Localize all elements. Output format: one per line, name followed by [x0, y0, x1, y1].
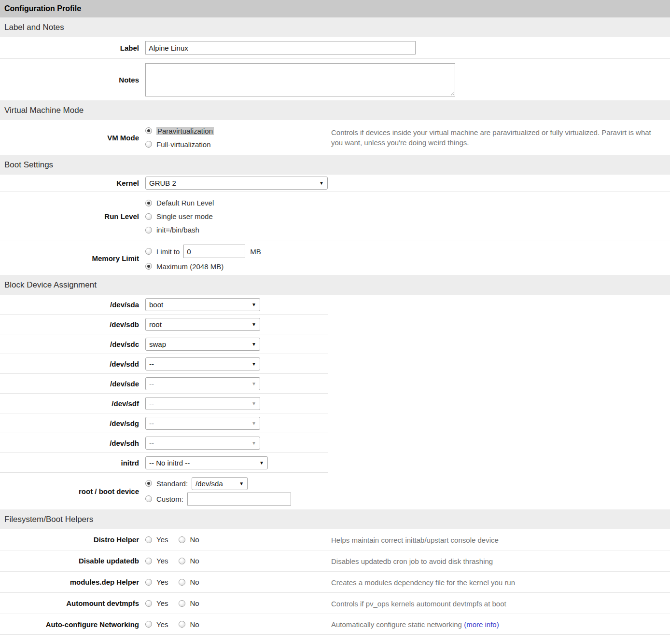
dropdown-arrow-icon: ▼	[251, 421, 256, 426]
device-sdd-select-value: --	[149, 360, 154, 368]
device-sdb-select[interactable]: root ▼	[145, 318, 260, 331]
device-sdh-select: -- ▼	[145, 437, 260, 450]
yes-label: Yes	[156, 599, 168, 607]
yes-label: Yes	[156, 535, 168, 544]
modules-dep-yes-radio[interactable]	[145, 579, 152, 586]
notes-field-label: Notes	[0, 76, 145, 84]
device-sda-select[interactable]: boot ▼	[145, 298, 260, 311]
automount-devtmpfs-no-radio[interactable]	[179, 600, 185, 607]
yes-label: Yes	[156, 578, 168, 586]
standard-device-select-value: /dev/sda	[195, 480, 223, 488]
root-boot-device-row: root / boot device Standard: /dev/sda ▼ …	[0, 473, 670, 509]
custom-device-input[interactable]	[187, 493, 291, 506]
dropdown-arrow-icon: ▼	[251, 302, 256, 307]
label-field-label: Label	[0, 44, 145, 52]
paravirtualization-radio[interactable]	[145, 127, 152, 134]
kernel-label: Kernel	[0, 179, 145, 187]
vm-mode-label: VM Mode	[0, 134, 145, 142]
modules-dep-no-radio[interactable]	[179, 579, 185, 586]
distro-helper-yes-radio[interactable]	[145, 536, 152, 543]
device-sdb-select-value: root	[149, 320, 162, 329]
device-sdg-label: /dev/sdg	[0, 419, 145, 427]
device-sdc-select[interactable]: swap ▼	[145, 338, 260, 351]
device-sdf-label: /dev/sdf	[0, 399, 145, 408]
no-label: No	[190, 535, 199, 544]
auto-configure-networking-label: Auto-configure Networking	[0, 620, 145, 629]
no-label: No	[190, 578, 199, 586]
dropdown-arrow-icon: ▼	[319, 180, 324, 186]
section-block-device-assignment: Block Device Assignment	[0, 275, 670, 295]
paravirtualization-option-label: Paravirtualization	[156, 127, 214, 135]
label-input[interactable]	[145, 41, 416, 55]
memory-limit-row: Memory Limit Limit to MB Maximum (2048 M…	[0, 241, 670, 275]
block-device-row-sdd: /dev/sdd -- ▼	[0, 354, 670, 374]
device-sdd-select[interactable]: -- ▼	[145, 357, 260, 370]
device-sdd-label: /dev/sdd	[0, 360, 145, 368]
dropdown-arrow-icon: ▼	[239, 481, 244, 486]
initrd-select[interactable]: -- No initrd -- ▼	[145, 456, 268, 469]
automount-devtmpfs-yes-radio[interactable]	[145, 600, 152, 607]
block-device-row-sda: /dev/sda boot ▼	[0, 295, 670, 315]
limit-to-radio[interactable]	[145, 248, 152, 255]
memory-limit-label: Memory Limit	[0, 254, 145, 262]
custom-device-radio[interactable]	[145, 495, 152, 502]
initrd-row: initrd -- No initrd -- ▼	[0, 453, 670, 473]
yes-label: Yes	[156, 557, 168, 565]
section-filesystem-boot-helpers: Filesystem/Boot Helpers	[0, 509, 670, 529]
single-user-mode-radio[interactable]	[145, 213, 152, 220]
distro-helper-label: Distro Helper	[0, 535, 145, 544]
auto-configure-networking-yes-radio[interactable]	[145, 621, 152, 628]
limit-to-label: Limit to	[156, 247, 180, 256]
dropdown-arrow-icon: ▼	[259, 460, 264, 466]
automount-devtmpfs-help: Controls if pv_ops kernels automount dev…	[331, 598, 506, 608]
dropdown-arrow-icon: ▼	[251, 342, 256, 347]
init-bin-bash-option-label: init=/bin/bash	[156, 226, 199, 234]
initrd-select-value: -- No initrd --	[149, 459, 190, 467]
kernel-select-value: GRUB 2	[149, 179, 176, 187]
full-virtualization-option-label: Full-virtualization	[156, 140, 211, 149]
distro-helper-help: Helps maintain correct inittab/upstart c…	[331, 534, 499, 545]
dropdown-arrow-icon: ▼	[251, 322, 256, 327]
section-boot-settings: Boot Settings	[0, 155, 670, 175]
device-sdf-select: -- ▼	[145, 397, 260, 410]
auto-configure-networking-row: Auto-configure Networking Yes No Automat…	[0, 614, 670, 635]
run-level-row: Run Level Default Run Level Single user …	[0, 192, 670, 241]
single-user-mode-option-label: Single user mode	[156, 212, 213, 220]
modules-dep-help: Creates a modules dependency file for th…	[331, 577, 515, 587]
notes-textarea[interactable]	[145, 63, 455, 96]
dropdown-arrow-icon: ▼	[251, 401, 256, 406]
custom-device-label: Custom:	[156, 495, 183, 503]
disable-updatedb-no-radio[interactable]	[179, 558, 185, 564]
kernel-select[interactable]: GRUB 2 ▼	[145, 177, 328, 190]
section-label-and-notes: Label and Notes	[0, 17, 670, 37]
distro-helper-no-radio[interactable]	[179, 536, 185, 543]
dropdown-arrow-icon: ▼	[251, 440, 256, 446]
standard-device-select[interactable]: /dev/sda ▼	[192, 477, 248, 490]
modules-dep-helper-label: modules.dep Helper	[0, 578, 145, 586]
device-sda-select-value: boot	[149, 301, 163, 309]
auto-configure-networking-no-radio[interactable]	[179, 621, 185, 628]
automount-devtmpfs-label: Automount devtmpfs	[0, 599, 145, 607]
disable-updatedb-row: Disable updatedb Yes No Disables updated…	[0, 550, 670, 572]
yes-label: Yes	[156, 620, 168, 629]
standard-device-radio[interactable]	[145, 480, 152, 487]
default-run-level-radio[interactable]	[145, 200, 152, 206]
block-device-row-sdf: /dev/sdf -- ▼	[0, 394, 670, 413]
device-sdh-select-value: --	[149, 439, 154, 447]
default-run-level-option-label: Default Run Level	[156, 199, 214, 207]
kernel-row: Kernel GRUB 2 ▼	[0, 175, 670, 192]
page-title: Configuration Profile	[0, 0, 670, 17]
full-virtualization-radio[interactable]	[145, 141, 152, 148]
vm-mode-row: VM Mode Paravirtualization Full-virtuali…	[0, 120, 670, 155]
maximum-memory-radio[interactable]	[145, 263, 152, 270]
init-bin-bash-radio[interactable]	[145, 227, 152, 233]
dropdown-arrow-icon: ▼	[251, 381, 256, 386]
disable-updatedb-yes-radio[interactable]	[145, 558, 152, 564]
no-label: No	[190, 599, 199, 607]
run-level-label: Run Level	[0, 212, 145, 220]
standard-device-label: Standard:	[156, 480, 188, 488]
distro-helper-row: Distro Helper Yes No Helps maintain corr…	[0, 529, 670, 550]
block-device-row-sdc: /dev/sdc swap ▼	[0, 334, 670, 354]
more-info-link[interactable]: (more info)	[464, 620, 499, 629]
memory-limit-input[interactable]	[183, 245, 245, 258]
